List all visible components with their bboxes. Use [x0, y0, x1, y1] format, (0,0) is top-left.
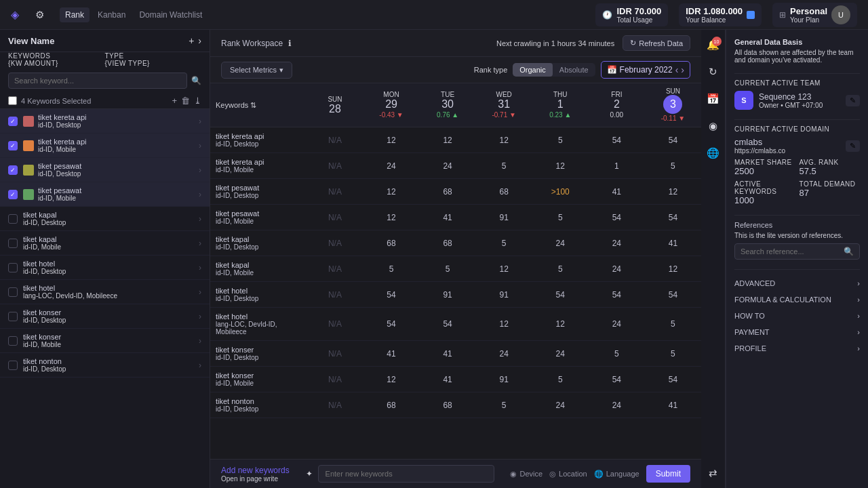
- device-option[interactable]: ◉ Device: [510, 470, 542, 479]
- globe-sidebar-icon[interactable]: 🌐: [704, 144, 723, 163]
- kw-selected-bar: 4 Keywords Selected + 🗑 ⤓: [0, 93, 210, 109]
- keyword-checkbox[interactable]: [8, 117, 18, 126]
- keyword-meta: id-ID, Desktop: [23, 219, 199, 226]
- keyword-checkbox[interactable]: [8, 336, 18, 346]
- table-cell-rank: 54: [645, 127, 701, 153]
- keyword-list-item[interactable]: tiket hotellang-LOC, DevId-ID, Mobileece…: [0, 280, 210, 304]
- search-reference-input[interactable]: [741, 247, 844, 256]
- team-avatar: S: [734, 91, 753, 110]
- keyword-checkbox[interactable]: [8, 361, 18, 370]
- language-icon: 🌐: [594, 470, 604, 479]
- eye-sidebar-icon[interactable]: ◉: [704, 117, 723, 136]
- table-kw-meta: id-ID, Mobile: [216, 218, 301, 225]
- keyword-checkbox[interactable]: [8, 214, 18, 224]
- keywords-sort-icon[interactable]: Keywords ⇅: [216, 101, 301, 110]
- keyword-list-item[interactable]: tiket kereta apiid-ID, Desktop›: [0, 109, 210, 134]
- date-next-button[interactable]: ›: [681, 64, 684, 75]
- advanced-collapsible[interactable]: ADVANCED ›: [734, 275, 860, 291]
- keyword-expand-icon[interactable]: ›: [199, 312, 201, 321]
- keyword-checkbox[interactable]: [8, 141, 18, 150]
- table-kw-name: tiket hotel: [216, 312, 301, 321]
- refresh-data-button[interactable]: ↻ Refresh Data: [623, 35, 690, 51]
- export-kw-icon[interactable]: ⤓: [194, 96, 201, 106]
- submit-button[interactable]: Submit: [646, 465, 690, 483]
- keyword-expand-icon[interactable]: ›: [199, 165, 201, 175]
- table-cell-rank: 24: [532, 392, 589, 418]
- table-cell-rank: N/A: [307, 179, 363, 205]
- keyword-expand-icon[interactable]: ›: [199, 361, 201, 370]
- refresh-sidebar-icon[interactable]: ↻: [704, 62, 723, 81]
- keyword-expand-icon[interactable]: ›: [199, 214, 201, 224]
- keyword-search-input[interactable]: [8, 73, 187, 89]
- settings-icon[interactable]: ⚙: [30, 5, 49, 24]
- table-kw-meta: lang-LOC, DevId-ID, Mobileece: [216, 321, 301, 336]
- nav-rank[interactable]: Rank: [60, 7, 90, 22]
- add-kw-icon[interactable]: +: [172, 96, 177, 106]
- calendar-sidebar-icon[interactable]: 📅: [704, 89, 723, 108]
- col-day-29: MON29-0.43 ▼: [363, 83, 420, 127]
- delete-kw-icon[interactable]: 🗑: [181, 96, 190, 106]
- select-all-checkbox[interactable]: [8, 96, 17, 105]
- keyword-expand-icon[interactable]: ›: [199, 263, 201, 272]
- keyword-checkbox[interactable]: [8, 165, 18, 175]
- keyword-expand-icon[interactable]: ›: [199, 287, 201, 297]
- table-kw-name: tiket kapal: [216, 235, 301, 243]
- stats-grid: MARKET SHARE 2500 AVG. RANK 57.5 ACTIVE …: [734, 159, 860, 205]
- table-kw-meta: id-ID, Desktop: [216, 192, 301, 199]
- table-cell-keyword: tiket kereta apiid-ID, Mobile: [210, 153, 307, 179]
- keyword-list-item[interactable]: tiket konserid-ID, Mobile›: [0, 329, 210, 353]
- keyword-list-item[interactable]: tiket kapalid-ID, Desktop›: [0, 207, 210, 231]
- keyword-checkbox[interactable]: [8, 312, 18, 321]
- bell-icon-button[interactable]: 🔔 10: [704, 35, 723, 54]
- how-to-collapsible[interactable]: HOW TO ›: [734, 308, 860, 324]
- table-kw-meta: id-ID, Mobile: [216, 380, 301, 387]
- keyword-expand-icon[interactable]: ›: [199, 141, 201, 150]
- date-prev-button[interactable]: ‹: [675, 64, 679, 75]
- nav-domain-watchlist[interactable]: Domain Watchlist: [134, 7, 208, 22]
- keyword-checkbox[interactable]: [8, 287, 18, 297]
- table-cell-rank: 5: [645, 308, 701, 341]
- keyword-expand-icon[interactable]: ›: [199, 117, 201, 126]
- workspace-info-icon[interactable]: ℹ: [288, 39, 292, 48]
- keyword-list-item[interactable]: tiket konserid-ID, Desktop›: [0, 304, 210, 329]
- user-avatar[interactable]: U: [831, 5, 850, 24]
- keyword-checkbox[interactable]: [8, 190, 18, 199]
- domain-edit-button[interactable]: ✎: [846, 140, 860, 152]
- tab-organic[interactable]: Organic: [513, 63, 553, 77]
- delta-1: -0.43 ▼: [369, 110, 414, 119]
- col-day-1: THU10.23 ▲: [532, 83, 589, 127]
- keyword-meta: id-ID, Desktop: [38, 170, 199, 178]
- nav-forward-icon[interactable]: ›: [198, 35, 201, 46]
- new-keyword-input[interactable]: [318, 465, 494, 483]
- profile-collapsible[interactable]: PROFILE ›: [734, 340, 860, 357]
- keyword-expand-icon[interactable]: ›: [199, 239, 201, 248]
- add-new-keywords-link[interactable]: Add new keywords: [221, 466, 290, 475]
- language-option[interactable]: 🌐 Language: [594, 470, 639, 479]
- enter-kw-icon: ✦: [306, 469, 313, 479]
- formula-collapsible[interactable]: FORMULA & CALCULATION ›: [734, 291, 860, 308]
- keyword-list-item[interactable]: tiket hotelid-ID, Desktop›: [0, 256, 210, 280]
- keyword-list-item[interactable]: tiket kereta apiid-ID, Mobile›: [0, 134, 210, 158]
- search-icon[interactable]: 🔍: [191, 76, 201, 85]
- active-domain-section: CURRENT ACTIVE DOMAIN cmlabs https://cml…: [734, 125, 860, 205]
- tab-absolute[interactable]: Absolute: [553, 63, 595, 77]
- location-option[interactable]: ◎ Location: [549, 470, 587, 479]
- keyword-checkbox[interactable]: [8, 239, 18, 248]
- keyword-expand-icon[interactable]: ›: [199, 190, 201, 199]
- table-cell-rank: 91: [476, 282, 532, 308]
- keyword-list-item[interactable]: tiket pesawatid-ID, Mobile›: [0, 182, 210, 207]
- team-edit-button[interactable]: ✎: [846, 95, 860, 106]
- keyword-list-item[interactable]: tiket pesawatid-ID, Desktop›: [0, 158, 210, 182]
- total-usage-label: Total Usage: [616, 16, 661, 24]
- keyword-expand-icon[interactable]: ›: [199, 336, 201, 346]
- table-cell-rank: N/A: [307, 256, 363, 282]
- location-icon: ◎: [549, 470, 556, 479]
- keyword-checkbox[interactable]: [8, 263, 18, 272]
- add-view-icon[interactable]: +: [189, 35, 194, 46]
- payment-collapsible[interactable]: PAYMENT ›: [734, 324, 860, 340]
- nav-kanban[interactable]: Kanban: [92, 7, 131, 22]
- select-metrics-button[interactable]: Select Metrics ▾: [221, 62, 292, 79]
- keyword-list-item[interactable]: tiket nontonid-ID, Desktop›: [0, 353, 210, 378]
- toggle-sidebar-icon[interactable]: ⇄: [704, 464, 723, 483]
- keyword-list-item[interactable]: tiket kapalid-ID, Mobile›: [0, 231, 210, 256]
